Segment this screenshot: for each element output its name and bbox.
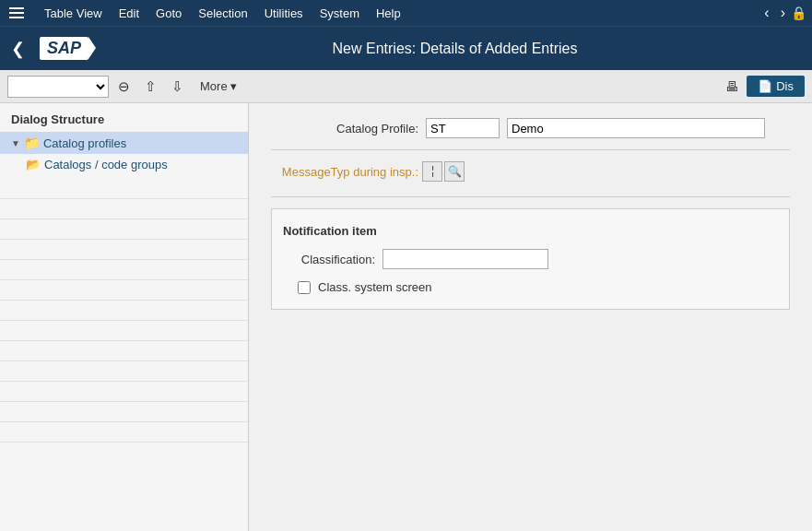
sidebar-title: Dialog Structure [0, 103, 248, 132]
menu-tableview[interactable]: Table View [37, 4, 110, 23]
lock-icon: 🔒 [791, 6, 806, 20]
class-system-screen-label: Class. system screen [318, 280, 432, 294]
notification-item-section: Notification item Classification: Class.… [271, 208, 790, 310]
nav-back-btn[interactable]: ‹ [760, 5, 772, 21]
message-typ-row: MessageTyp during insp.: ╎ 🔍 [271, 161, 790, 182]
toolbar-btn-upload[interactable]: ⇧ [139, 75, 162, 99]
sidebar-item-catalog-profiles[interactable]: ▼ 📁 Catalog profiles [0, 132, 248, 154]
message-typ-icons: ╎ 🔍 [422, 161, 465, 182]
catalog-profile-label: Catalog Profile: [271, 122, 418, 136]
chevron-down-icon: ▼ [11, 138, 20, 148]
folder-open-icon: 📁 [24, 136, 40, 150]
form-divider-1 [271, 149, 790, 150]
sap-logo-text: SAP [40, 37, 88, 60]
catalog-profile-input-name[interactable]: Demo [507, 118, 765, 138]
menu-utilities[interactable]: Utilities [257, 4, 311, 23]
dis-button[interactable]: 📄 Dis [747, 76, 805, 97]
sidebar: Dialog Structure ▼ 📁 Catalog profiles 📂 … [0, 103, 249, 531]
catalog-profile-row: Catalog Profile: ST Demo [271, 118, 790, 138]
sidebar-item-catalogs-codegroups[interactable]: 📂 Catalogs / code groups [0, 154, 248, 175]
print-btn[interactable]: 🖶 [721, 76, 743, 97]
catalogs-codegroups-label: Catalogs / code groups [44, 158, 168, 171]
menu-selection[interactable]: Selection [191, 4, 254, 23]
catalog-profile-input-short[interactable]: ST [426, 118, 500, 138]
sap-logo: SAP [34, 35, 94, 62]
toolbar-dropdown[interactable] [7, 76, 109, 98]
form-divider-2 [271, 196, 790, 197]
menu-bar: Table View Edit Goto Selection Utilities… [0, 0, 812, 26]
more-label: More [200, 79, 228, 93]
class-system-screen-checkbox[interactable] [298, 281, 311, 294]
class-system-screen-row: Class. system screen [298, 280, 778, 294]
toolbar-more-btn[interactable]: More ▾ [193, 77, 244, 96]
toolbar-btn-minus[interactable]: ⊖ [112, 75, 135, 99]
notification-item-label: Notification item [283, 224, 778, 238]
form-area: Catalog Profile: ST Demo MessageTyp duri… [249, 103, 812, 531]
catalog-profiles-label: Catalog profiles [43, 136, 126, 150]
main-content: Dialog Structure ▼ 📁 Catalog profiles 📂 … [0, 103, 812, 531]
back-button[interactable]: ❮ [11, 39, 25, 59]
hamburger-menu[interactable] [6, 4, 28, 22]
dis-icon: 📄 [758, 79, 772, 93]
classification-label: Classification: [283, 253, 375, 266]
classification-input[interactable] [382, 249, 548, 269]
message-typ-cursor-btn[interactable]: ╎ [422, 161, 442, 182]
menu-help[interactable]: Help [369, 4, 408, 23]
toolbar: ⊖ ⇧ ⇩ More ▾ 🖶 📄 Dis [0, 70, 812, 103]
menu-edit[interactable]: Edit [112, 4, 147, 23]
folder-icon: 📂 [26, 158, 41, 171]
classification-row: Classification: [283, 249, 778, 269]
nav-forward-btn[interactable]: › [777, 5, 789, 21]
page-title: New Entries: Details of Added Entries [109, 41, 801, 57]
title-bar: ❮ SAP New Entries: Details of Added Entr… [0, 26, 812, 70]
more-chevron: ▾ [230, 79, 237, 93]
menu-goto[interactable]: Goto [148, 4, 189, 23]
dis-label: Dis [776, 79, 794, 93]
message-typ-search-btn[interactable]: 🔍 [444, 161, 465, 182]
toolbar-btn-download[interactable]: ⇩ [166, 75, 189, 99]
menu-system[interactable]: System [312, 4, 367, 23]
message-typ-label: MessageTyp during insp.: [271, 165, 418, 179]
sidebar-tree: ▼ 📁 Catalog profiles 📂 Catalogs / code g… [0, 132, 248, 446]
